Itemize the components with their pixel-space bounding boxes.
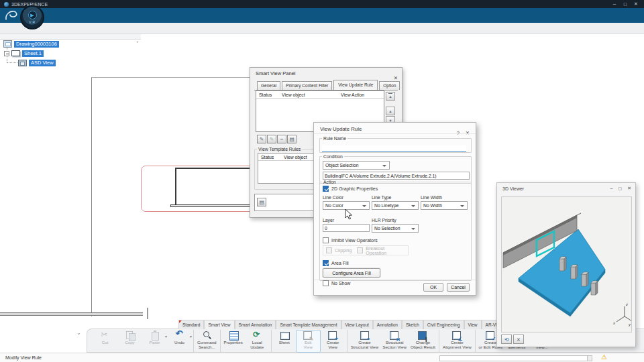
- ribbon-tool[interactable]: ▼ Change Object Result: [409, 330, 437, 353]
- list-rules-button[interactable]: [287, 135, 297, 143]
- tree-node-drawing[interactable]: Drawing00003106: [3, 40, 59, 48]
- hlr-priority-select[interactable]: No Selection: [372, 224, 419, 233]
- clipping-checkbox: Clipping: [326, 247, 352, 253]
- view-node-icon: [18, 60, 27, 66]
- checkbox-icon[interactable]: [323, 280, 329, 286]
- checkbox-icon[interactable]: [323, 237, 329, 243]
- delete-rule-button[interactable]: [277, 135, 286, 143]
- tree-panel-collapse-bar[interactable]: [0, 34, 141, 40]
- maximize-button[interactable]: [620, 0, 631, 8]
- checkbox-icon: [357, 247, 363, 253]
- window-titlebar: 3DEXPERIENCE: [0, 0, 644, 8]
- minimize-icon[interactable]: –: [610, 186, 613, 191]
- create-rule-button[interactable]: [257, 135, 266, 143]
- dropdown-caret-icon[interactable]: ▼: [189, 335, 193, 339]
- ribbon-tool-label: Change Object Result: [411, 341, 435, 350]
- no-show-checkbox[interactable]: No Show: [323, 280, 350, 286]
- line-width-select[interactable]: No Width: [421, 201, 468, 210]
- collapse-ribbon-icon[interactable]: [76, 330, 85, 337]
- line-width-label: Line Width: [421, 195, 468, 200]
- 3d-scene[interactable]: z x y: [501, 196, 632, 333]
- drawing-geometry-line[interactable]: [175, 168, 176, 206]
- spinner-icon[interactable]: [587, 356, 592, 361]
- ribbon-tool[interactable]: ▼ Sheet: [271, 330, 296, 353]
- ribbon-tool[interactable]: ▼ Create View: [321, 330, 345, 353]
- area-fill-checkbox[interactable]: Area Fill: [323, 260, 349, 266]
- condition-type-select[interactable]: Object Selection: [323, 161, 390, 170]
- ribbon-tab[interactable]: Smart View: [204, 320, 234, 329]
- cancel-button[interactable]: Cancel: [447, 283, 470, 292]
- axis-triad-icon: [616, 306, 631, 322]
- sheet-node-icon: [11, 50, 20, 56]
- compass-icon[interactable]: V.R: [20, 5, 44, 29]
- minimize-button[interactable]: [609, 0, 620, 8]
- ribbon-tab[interactable]: View Layout: [341, 320, 373, 329]
- update-3d-view-button[interactable]: [501, 335, 512, 344]
- panel-tab[interactable]: Primary Content Filter: [282, 81, 332, 90]
- reorder-buttons: [386, 92, 396, 125]
- move-up-button[interactable]: [386, 107, 395, 115]
- dialog-title: Smart View Panel: [256, 70, 295, 76]
- layer-input[interactable]: [323, 224, 370, 232]
- properties-icon: [228, 330, 239, 341]
- graphic-properties-checkbox[interactable]: 2D Graphic Properties: [323, 186, 378, 192]
- ribbon-tab[interactable]: Annotation: [373, 320, 402, 329]
- panel-tab[interactable]: Option: [379, 81, 400, 90]
- command-prompt-input[interactable]: [439, 355, 592, 361]
- ribbon-tool[interactable]: ▼ Command Search...: [193, 330, 219, 353]
- tree-node-sheet[interactable]: Sheet.1: [4, 50, 44, 57]
- app-header: [0, 8, 644, 23]
- panel-tab[interactable]: General: [257, 81, 280, 90]
- tree-node-label[interactable]: ASD View: [29, 60, 56, 66]
- modify-rule-button[interactable]: [267, 135, 276, 143]
- ribbon-tool[interactable]: ▼ Local Update: [245, 330, 270, 353]
- ribbon-tab[interactable]: Smart Annotation: [235, 320, 276, 329]
- ribbon-tab[interactable]: Smart Template Management: [276, 320, 341, 329]
- move-to-top-button[interactable]: [386, 92, 395, 101]
- sheet-border-line: [91, 77, 250, 78]
- ribbon-tool[interactable]: ▼ Create Alignment View: [439, 330, 474, 353]
- close-button[interactable]: [631, 0, 641, 8]
- ok-button[interactable]: OK: [423, 283, 443, 292]
- ribbon-tab[interactable]: Sketch: [402, 320, 423, 329]
- ribbon-tool-label: Local Update: [247, 341, 268, 350]
- panel-tab[interactable]: View Update Rule: [333, 80, 378, 90]
- ribbon-tab[interactable]: View: [464, 320, 482, 329]
- tree-node-label[interactable]: Drawing00003106: [14, 41, 59, 48]
- ribbon-tool-label: Paste: [144, 341, 165, 345]
- maximize-icon[interactable]: ▢: [618, 186, 622, 191]
- ribbon-tool[interactable]: ▼ Cut: [93, 330, 117, 353]
- action-label: Action: [322, 180, 337, 184]
- inhibit-label: Inhibit View Operators: [331, 238, 378, 243]
- configure-area-fill-button[interactable]: Configure Area Fill: [323, 268, 380, 278]
- template-tool-button[interactable]: [257, 198, 266, 206]
- ribbon-tool-label: Create View: [323, 341, 343, 350]
- fit-all-in-button[interactable]: [513, 335, 524, 344]
- ribbon-tool[interactable]: ▼ Copy: [117, 330, 142, 353]
- ribbon-tab[interactable]: Civil Engineering: [423, 320, 464, 329]
- drawing-geometry-slab[interactable]: [0, 312, 143, 316]
- ribbon-tool[interactable]: ▼ Properties: [220, 330, 245, 353]
- line-type-label: Line Type: [372, 195, 419, 200]
- rule-name-input[interactable]: [322, 145, 466, 152]
- tree-node-label[interactable]: Sheet.1: [22, 50, 44, 57]
- svg-text:z: z: [625, 302, 628, 306]
- close-icon[interactable]: ✕: [627, 186, 631, 191]
- checkbox-icon[interactable]: [323, 260, 329, 266]
- ribbon-tool[interactable]: ▼ Paste: [142, 330, 167, 353]
- line-type-select[interactable]: No Linetype: [372, 201, 419, 210]
- warning-icon[interactable]: [601, 353, 607, 361]
- ribbon-tool[interactable]: ▼ Structural Section View: [380, 330, 409, 353]
- status-bar: Modify View Rule: [0, 353, 644, 362]
- ribbon-tool[interactable]: ▼ Edit View: [296, 330, 321, 353]
- ribbon-tool[interactable]: ▼ Create Structural View: [347, 330, 381, 353]
- mouse-cursor: [345, 208, 353, 221]
- condition-value-input[interactable]: [323, 172, 470, 180]
- operators-subgroup: Clipping Breakout Operation: [323, 245, 409, 255]
- ribbon-tool-label: Sheet: [275, 341, 294, 345]
- tree-node-asd-view[interactable]: ASD View: [18, 59, 56, 66]
- inhibit-view-operators-checkbox[interactable]: Inhibit View Operators: [323, 237, 378, 243]
- checkbox-icon[interactable]: [323, 186, 329, 192]
- ribbon-tab[interactable]: Standard: [178, 320, 204, 329]
- ribbon-tool[interactable]: ▼ Undo: [167, 330, 192, 353]
